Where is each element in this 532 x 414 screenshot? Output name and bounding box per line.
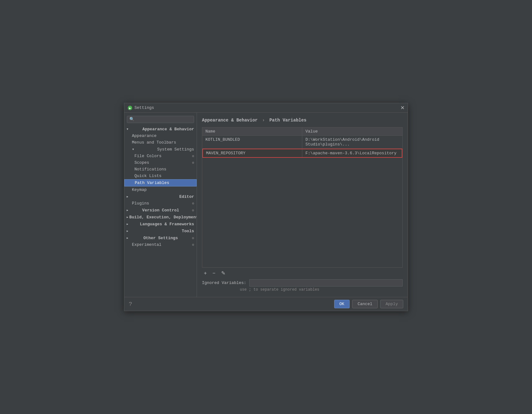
sidebar-item-languages-frameworks[interactable]: ▸ Languages & Frameworks [124,221,197,228]
sidebar-item-label: Version Control [142,208,179,213]
titlebar-left: ▶ Settings [127,105,154,110]
edit-button[interactable]: ✎ [219,269,227,277]
ok-button[interactable]: OK [334,300,350,308]
sidebar: ▾ Appearance & Behavior Appearance Menus… [124,113,197,297]
variables-table: Name Value KOTLIN_BUNDLED D:\WorkStation… [202,127,403,268]
help-button[interactable]: ? [129,301,132,307]
close-button[interactable]: ✕ [400,106,405,110]
sidebar-item-label: Appearance & Behavior [142,127,194,132]
dialog-footer: ? OK Cancel Apply [124,297,408,311]
sidebar-item-quick-lists[interactable]: Quick Lists [124,173,197,179]
gear-icon: ⚙ [192,236,194,240]
sidebar-item-build-execution[interactable]: ▸ Build, Execution, Deployment [124,214,197,221]
sidebar-item-tools[interactable]: ▸ Tools [124,228,197,234]
ignored-variables-input[interactable] [249,279,403,287]
dialog-title: Settings [134,105,154,110]
expand-icon: ▸ [126,235,129,240]
dialog-body: ▾ Appearance & Behavior Appearance Menus… [124,113,408,297]
titlebar: ▶ Settings ✕ [124,103,408,113]
breadcrumb-part2: Path Variables [269,118,307,123]
svg-text:▶: ▶ [129,107,131,110]
sidebar-item-system-settings[interactable]: ▾ System Settings [124,146,197,153]
app-icon: ▶ [127,105,133,110]
sidebar-item-menus-toolbars[interactable]: Menus and Toolbars [124,139,197,146]
apply-button[interactable]: Apply [380,300,403,308]
expand-icon: ▸ [126,208,129,213]
sidebar-item-label: Languages & Frameworks [140,222,194,227]
ignored-variables-label: Ignored Variables: [202,281,246,285]
gear-icon: ⚙ [192,154,194,158]
sidebar-item-label: Editor [179,194,194,199]
expand-icon: ▸ [126,222,129,227]
sidebar-item-editor[interactable]: ▸ Editor [124,193,197,200]
gear-icon: ⚙ [192,161,194,165]
gear-icon: ⚙ [192,243,194,247]
sidebar-item-scopes[interactable]: Scopes ⚙ [124,159,197,166]
add-button[interactable]: + [202,269,209,277]
ignored-hint: use ; to separate ignored variables [240,287,403,292]
expand-icon: ▸ [126,194,129,199]
breadcrumb-part1: Appearance & Behavior [202,118,257,123]
expand-icon: ▾ [132,147,134,152]
sidebar-item-label: Build, Execution, Deployment [129,215,197,220]
breadcrumb: Appearance & Behavior › Path Variables [202,118,403,123]
sidebar-item-label: Other Settings [143,236,178,240]
table-row[interactable]: MAVEN_REPOSITORY F:\apache-maven-3.6.3\L… [202,149,402,158]
remove-button[interactable]: − [210,269,217,277]
sidebar-item-label: Tools [182,229,194,234]
expand-icon: ▾ [126,127,129,132]
cell-value: F:\apache-maven-3.6.3\LocalRepository [302,149,402,157]
cell-name: MAVEN_REPOSITORY [203,149,302,157]
sidebar-item-other-settings[interactable]: ▸ Other Settings ⚙ [124,234,197,241]
sidebar-item-appearance[interactable]: Appearance [124,133,197,139]
expand-icon: ▸ [126,228,129,234]
sidebar-item-file-colors[interactable]: File Colors ⚙ [124,153,197,159]
table-toolbar: + − ✎ [202,268,403,278]
table-header: Name Value [202,127,402,136]
cell-name: KOTLIN_BUNDLED [202,136,302,148]
settings-dialog: ▶ Settings ✕ ▾ Appearance & Behavior App… [124,103,408,311]
cell-value: D:\WorkStation\Android\Android Studio\pl… [302,136,402,148]
table-row[interactable]: KOTLIN_BUNDLED D:\WorkStation\Android\An… [202,136,402,149]
sidebar-item-path-variables[interactable]: Path Variables [124,179,197,186]
sidebar-item-version-control[interactable]: ▸ Version Control ⚙ [124,207,197,214]
sidebar-item-label: System Settings [157,147,194,152]
sidebar-item-notifications[interactable]: Notifications [124,166,197,173]
expand-icon: ▸ [126,215,129,220]
search-input[interactable] [127,116,194,123]
breadcrumb-separator: › [262,118,265,123]
main-content: Appearance & Behavior › Path Variables N… [197,113,408,297]
sidebar-item-appearance-behavior[interactable]: ▾ Appearance & Behavior [124,126,197,133]
gear-icon: ⚙ [192,201,194,205]
ignored-variables-row: Ignored Variables: [202,279,403,287]
column-value-header: Value [302,127,402,135]
column-name-header: Name [202,127,302,135]
sidebar-item-experimental[interactable]: Experimental ⚙ [124,241,197,248]
gear-icon: ⚙ [192,208,194,212]
cancel-button[interactable]: Cancel [352,300,378,308]
sidebar-item-plugins[interactable]: Plugins ⚙ [124,200,197,207]
sidebar-item-keymap[interactable]: Keymap [124,186,197,193]
